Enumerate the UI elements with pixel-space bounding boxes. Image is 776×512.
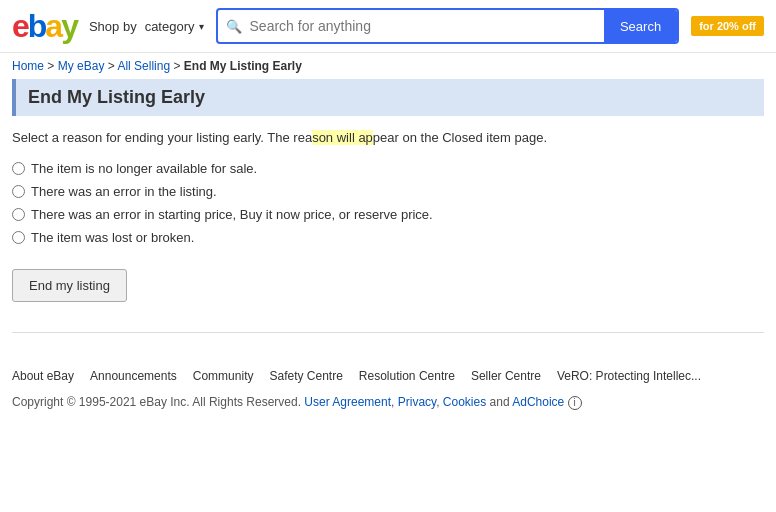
main-content: End My Listing Early Select a reason for… bbox=[0, 79, 776, 369]
footer-link-safety[interactable]: Safety Centre bbox=[269, 369, 342, 383]
radio-input-2[interactable] bbox=[12, 185, 25, 198]
description-highlight: son will ap bbox=[312, 130, 373, 145]
search-button[interactable]: Search bbox=[604, 10, 677, 42]
divider bbox=[12, 332, 764, 333]
footer-link-community[interactable]: Community bbox=[193, 369, 254, 383]
breadcrumb-my-ebay[interactable]: My eBay bbox=[58, 59, 105, 73]
radio-group: The item is no longer available for sale… bbox=[12, 161, 764, 245]
page-title-bar: End My Listing Early bbox=[12, 79, 764, 116]
footer-and: and bbox=[490, 395, 513, 409]
footer-link-resolution[interactable]: Resolution Centre bbox=[359, 369, 455, 383]
footer-link-seller[interactable]: Seller Centre bbox=[471, 369, 541, 383]
radio-input-3[interactable] bbox=[12, 208, 25, 221]
description-text-start: Select a reason for ending your listing … bbox=[12, 130, 312, 145]
end-listing-button[interactable]: End my listing bbox=[12, 269, 127, 302]
footer-user-agreement[interactable]: User Agreement bbox=[304, 395, 391, 409]
radio-label-3: There was an error in starting price, Bu… bbox=[31, 207, 433, 222]
radio-input-1[interactable] bbox=[12, 162, 25, 175]
breadcrumb-all-selling[interactable]: All Selling bbox=[117, 59, 170, 73]
search-input[interactable] bbox=[250, 18, 604, 34]
header: ebay Shop by category ▾ 🔍 Search for 20%… bbox=[0, 0, 776, 53]
radio-label-4: The item was lost or broken. bbox=[31, 230, 194, 245]
footer-link-about[interactable]: About eBay bbox=[12, 369, 74, 383]
copyright-text: Copyright © 1995-2021 eBay Inc. All Righ… bbox=[12, 395, 301, 409]
ebay-logo[interactable]: ebay bbox=[12, 10, 77, 42]
promo-badge: for 20% off bbox=[691, 16, 764, 36]
breadcrumb: Home > My eBay > All Selling > End My Li… bbox=[0, 53, 776, 79]
radio-label-1: The item is no longer available for sale… bbox=[31, 161, 257, 176]
breadcrumb-home[interactable]: Home bbox=[12, 59, 44, 73]
radio-label-2: There was an error in the listing. bbox=[31, 184, 217, 199]
shop-by-category[interactable]: Shop by category ▾ bbox=[89, 19, 204, 34]
footer-cookies[interactable]: Cookies bbox=[443, 395, 486, 409]
page-title: End My Listing Early bbox=[28, 87, 752, 108]
radio-item-1[interactable]: The item is no longer available for sale… bbox=[12, 161, 764, 176]
radio-input-4[interactable] bbox=[12, 231, 25, 244]
radio-item-2[interactable]: There was an error in the listing. bbox=[12, 184, 764, 199]
footer-links: About eBay Announcements Community Safet… bbox=[0, 369, 776, 391]
description-text-end: pear on the Closed item page. bbox=[373, 130, 547, 145]
description: Select a reason for ending your listing … bbox=[12, 130, 764, 145]
footer-privacy[interactable]: Privacy bbox=[398, 395, 436, 409]
radio-item-4[interactable]: The item was lost or broken. bbox=[12, 230, 764, 245]
radio-item-3[interactable]: There was an error in starting price, Bu… bbox=[12, 207, 764, 222]
chevron-down-icon: ▾ bbox=[199, 21, 204, 32]
search-bar: 🔍 Search bbox=[216, 8, 680, 44]
footer-adchoice[interactable]: AdChoice bbox=[512, 395, 564, 409]
shop-by-label: Shop by bbox=[89, 19, 137, 34]
search-icon: 🔍 bbox=[218, 19, 250, 34]
footer-copyright: Copyright © 1995-2021 eBay Inc. All Righ… bbox=[0, 391, 776, 414]
adchoice-info-icon[interactable]: i bbox=[568, 396, 582, 410]
breadcrumb-current: End My Listing Early bbox=[184, 59, 302, 73]
footer-link-vero[interactable]: VeRO: Protecting Intellec... bbox=[557, 369, 701, 383]
footer-link-announcements[interactable]: Announcements bbox=[90, 369, 177, 383]
category-label: category bbox=[145, 19, 195, 34]
